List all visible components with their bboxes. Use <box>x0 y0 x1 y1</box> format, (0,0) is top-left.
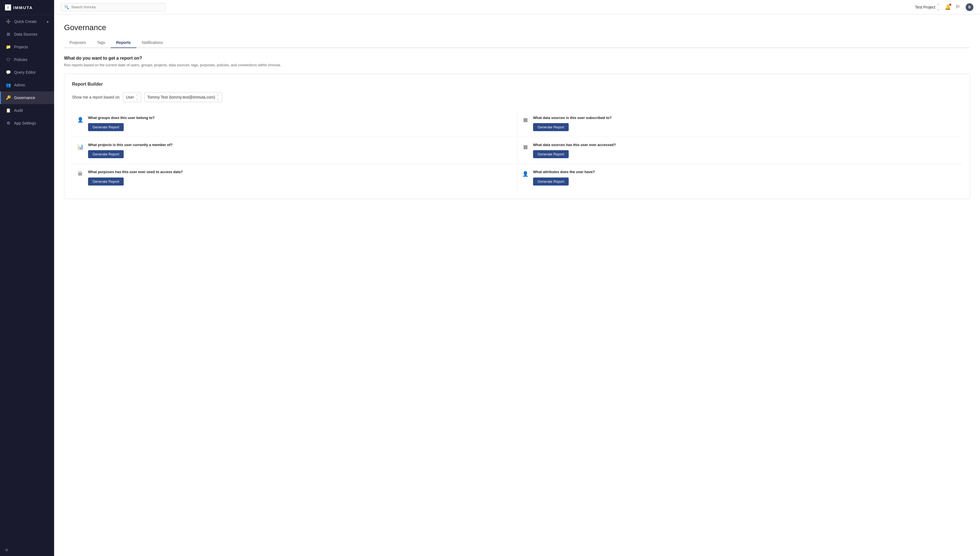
groups-icon: 👤 <box>76 116 84 124</box>
report-item-content-subscribed-data-sources: What data sources is this user subscribe… <box>533 115 957 131</box>
projects-icon: 📁 <box>6 44 11 49</box>
purposes-icon: 🏛 <box>76 170 84 178</box>
sidebar-item-label-policies: Policies <box>14 57 49 62</box>
sidebar-item-data-sources[interactable]: ⊞ Data Sources <box>0 28 54 40</box>
attributes-icon: 👤 <box>521 170 529 178</box>
user-selector-chevron-icon: ⌃⌄ <box>217 94 219 100</box>
project-name: Test Project <box>915 5 935 10</box>
section-description: Run reports based on the current state o… <box>64 63 970 67</box>
tab-reports[interactable]: Reports <box>111 37 136 48</box>
user-selector-value: Tommy Test (tommy.test@immuta.com) <box>147 95 215 99</box>
search-input[interactable] <box>71 5 162 9</box>
report-item-subscribed-data-sources: ▦ What data sources is this user subscri… <box>517 110 962 137</box>
report-builder-title: Report Builder <box>72 82 962 87</box>
settings-footer-icon: ⚙ <box>5 548 8 552</box>
type-selector[interactable]: User ⌃⌄ <box>123 92 141 102</box>
sidebar-item-policies[interactable]: 🛡 Policies <box>0 53 54 66</box>
sidebar-item-label-data-sources: Data Sources <box>14 32 49 36</box>
admin-icon: 👥 <box>6 82 11 87</box>
report-controls: Show me a report based on User ⌃⌄ Tommy … <box>72 92 962 102</box>
sidebar-item-label-audit: Audit <box>14 108 49 113</box>
search-box[interactable]: 🔍 <box>61 3 166 11</box>
report-item-content-accessed-data-sources: What data sources has this user ever acc… <box>533 142 957 158</box>
sidebar-item-label-quick-create: Quick Create <box>14 19 44 24</box>
notification-bell-button[interactable]: 🔔 <box>944 4 951 10</box>
type-selector-value: User <box>126 95 134 99</box>
logo-text: IMMUTA <box>13 5 33 10</box>
report-item-question-accessed-data-sources: What data sources has this user ever acc… <box>533 142 957 147</box>
search-icon: 🔍 <box>64 5 69 10</box>
audit-icon: 📋 <box>6 108 11 113</box>
sidebar-item-query-editor[interactable]: 💬 Query Editor <box>0 66 54 79</box>
report-item-question-projects: What projects is this user currently a m… <box>88 142 512 147</box>
generate-report-button-groups[interactable]: Generate Report <box>88 123 124 131</box>
tab-notifications[interactable]: Notifications <box>136 37 168 48</box>
sidebar-footer: ⚙ <box>0 544 54 556</box>
policies-icon: 🛡 <box>6 57 11 62</box>
projects-icon: 📊 <box>76 143 84 151</box>
main-content: 🔍 Test Project ⌃⌄ 🔔 🏳 B Governance Purpo… <box>54 0 980 556</box>
topbar-right: Test Project ⌃⌄ 🔔 🏳 B <box>915 3 974 11</box>
page-content: Governance PurposesTagsReportsNotificati… <box>54 15 980 556</box>
section-heading: What do you want to get a report on? <box>64 56 970 61</box>
logo: I IMMUTA <box>0 0 54 15</box>
sidebar-item-label-projects: Projects <box>14 45 49 49</box>
logo-mark: I <box>5 5 11 10</box>
sidebar-item-label-app-settings: App Settings <box>14 121 49 125</box>
generate-report-button-subscribed-data-sources[interactable]: Generate Report <box>533 123 569 131</box>
sidebar-item-quick-create[interactable]: ➕ Quick Create ▶ <box>0 15 54 28</box>
report-item-attributes: 👤 What attributes does the user have? Ge… <box>517 164 962 191</box>
project-chevron-icon: ⌃⌄ <box>937 3 940 11</box>
help-icon[interactable]: 🏳 <box>956 4 961 10</box>
sidebar-item-projects[interactable]: 📁 Projects <box>0 40 54 53</box>
report-item-question-purposes: What purposes has this user ever used to… <box>88 170 512 175</box>
type-selector-chevron-icon: ⌃⌄ <box>136 94 138 100</box>
generate-report-button-attributes[interactable]: Generate Report <box>533 178 569 186</box>
project-selector[interactable]: Test Project ⌃⌄ <box>915 3 940 11</box>
topbar: 🔍 Test Project ⌃⌄ 🔔 🏳 B <box>54 0 980 15</box>
generate-report-button-purposes[interactable]: Generate Report <box>88 178 124 186</box>
generate-report-button-accessed-data-sources[interactable]: Generate Report <box>533 150 569 158</box>
report-item-accessed-data-sources: ▦ What data sources has this user ever a… <box>517 137 962 164</box>
page-title: Governance <box>64 23 970 32</box>
sidebar-item-app-settings[interactable]: ⚙ App Settings <box>0 117 54 129</box>
report-item-content-attributes: What attributes does the user have? Gene… <box>533 170 957 185</box>
report-item-groups: 👤 What groups does this user belong to? … <box>72 110 517 137</box>
app-settings-icon: ⚙ <box>6 121 11 126</box>
user-avatar[interactable]: B <box>965 3 974 11</box>
report-item-purposes: 🏛 What purposes has this user ever used … <box>72 164 517 191</box>
report-builder-card: Report Builder Show me a report based on… <box>64 74 970 199</box>
sidebar-item-label-governance: Governance <box>14 95 49 100</box>
sidebar-item-label-admin: Admin <box>14 83 49 87</box>
report-item-content-projects: What projects is this user currently a m… <box>88 142 512 158</box>
report-item-content-groups: What groups does this user belong to? Ge… <box>88 115 512 131</box>
report-item-projects: 📊 What projects is this user currently a… <box>72 137 517 164</box>
report-item-content-purposes: What purposes has this user ever used to… <box>88 170 512 185</box>
tab-tags[interactable]: Tags <box>91 37 111 48</box>
report-grid: 👤 What groups does this user belong to? … <box>72 110 962 191</box>
arrow-icon: ▶ <box>47 20 49 23</box>
report-item-question-attributes: What attributes does the user have? <box>533 170 957 175</box>
sidebar-item-label-query-editor: Query Editor <box>14 70 49 74</box>
generate-report-button-projects[interactable]: Generate Report <box>88 150 124 158</box>
notification-dot <box>949 3 951 6</box>
quick-create-icon: ➕ <box>6 19 11 24</box>
sidebar-item-governance[interactable]: 🔑 Governance <box>0 91 54 104</box>
sidebar-item-audit[interactable]: 📋 Audit <box>0 104 54 117</box>
accessed-data-sources-icon: ▦ <box>521 143 529 151</box>
controls-label: Show me a report based on <box>72 95 119 99</box>
user-selector[interactable]: Tommy Test (tommy.test@immuta.com) ⌃⌄ <box>144 92 222 102</box>
sidebar-item-admin[interactable]: 👥 Admin <box>0 79 54 91</box>
data-sources-icon: ⊞ <box>6 32 11 37</box>
tab-bar: PurposesTagsReportsNotifications <box>64 37 970 48</box>
subscribed-data-sources-icon: ▦ <box>521 116 529 124</box>
sidebar: I IMMUTA ➕ Quick Create ▶ ⊞ Data Sources… <box>0 0 54 556</box>
report-item-question-groups: What groups does this user belong to? <box>88 115 512 120</box>
report-item-question-subscribed-data-sources: What data sources is this user subscribe… <box>533 115 957 120</box>
query-editor-icon: 💬 <box>6 70 11 75</box>
governance-icon: 🔑 <box>6 95 11 100</box>
tab-purposes[interactable]: Purposes <box>64 37 91 48</box>
